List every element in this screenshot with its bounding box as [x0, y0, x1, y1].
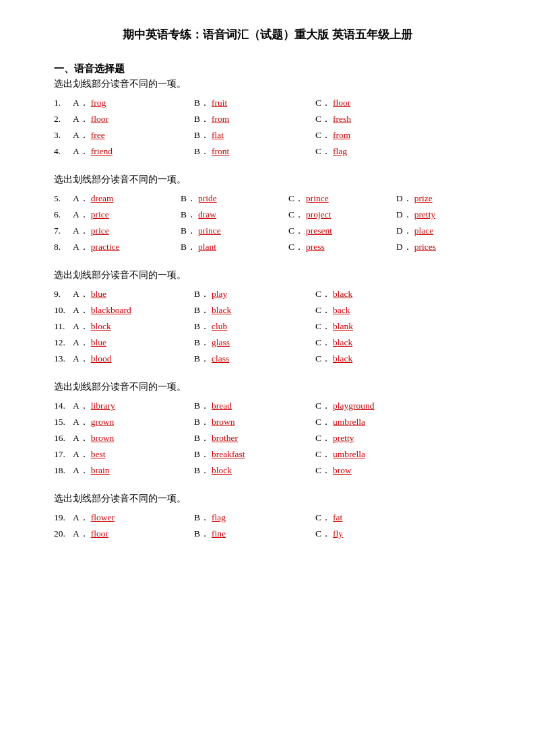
list-item: C．fly — [315, 528, 423, 540]
list-item: A．price — [73, 209, 181, 221]
list-item: A．price — [73, 225, 181, 237]
list-item: A．blue — [73, 288, 194, 300]
table-row: 10. A．blackboard B．black C．back — [54, 304, 481, 316]
list-item: A．blue — [73, 337, 194, 349]
list-item: B．prince — [181, 225, 288, 237]
list-item: D．place — [396, 225, 464, 237]
section1: 一、语音选择题 选出划线部分读音不同的一项。 1. A．frog B．fruit… — [54, 63, 481, 540]
list-item: B．flat — [194, 129, 315, 141]
list-item: A．free — [73, 129, 194, 141]
table-row: 7. A．price B．prince C．present D．place — [54, 225, 481, 237]
list-item: C．back — [315, 304, 423, 316]
question-group-3: 选出划线部分读音不同的一项。 9. A．blue B．play C．black … — [54, 269, 481, 365]
table-row: 16. A．brown B．brother C．pretty — [54, 432, 481, 444]
list-item: C．blank — [315, 320, 423, 333]
list-item: D．pretty — [396, 209, 464, 221]
list-item: B．breakfast — [194, 448, 315, 460]
question-group-4: 选出划线部分读音不同的一项。 14. A．library B．bread C．p… — [54, 381, 481, 477]
list-item: B．brown — [194, 416, 315, 428]
list-item: C．floor — [315, 97, 423, 109]
list-item: A．library — [73, 400, 194, 412]
table-row: 13. A．blood B．class C．black — [54, 353, 481, 365]
question-group-5: 选出划线部分读音不同的一项。 19. A．flower B．flag C．fat… — [54, 493, 481, 540]
list-item: B．draw — [181, 209, 288, 221]
list-item: C．umbrella — [315, 416, 423, 428]
table-row: 14. A．library B．bread C．playground — [54, 400, 481, 412]
instruction-3: 选出划线部分读音不同的一项。 — [54, 269, 481, 281]
list-item: C．fresh — [315, 113, 423, 125]
list-item: C．brow — [315, 465, 423, 477]
table-row: 20. A．floor B．fine C．fly — [54, 528, 481, 540]
list-item: B．black — [194, 304, 315, 316]
list-item: A．blood — [73, 353, 194, 365]
list-item: A．floor — [73, 113, 194, 125]
section1-label: 一、语音选择题 — [54, 63, 481, 75]
list-item: C．flag — [315, 145, 423, 158]
list-item: C．playground — [315, 400, 423, 412]
list-item: A．friend — [73, 145, 194, 158]
list-item: A．dream — [73, 193, 181, 205]
list-item: A．floor — [73, 528, 194, 540]
list-item: C．fat — [315, 512, 423, 524]
list-item: C．present — [288, 225, 396, 237]
table-row: 4. A．friend B．front C．flag — [54, 145, 481, 158]
list-item: A．brain — [73, 465, 194, 477]
table-row: 9. A．blue B．play C．black — [54, 288, 481, 300]
list-item: B．glass — [194, 337, 315, 349]
list-item: B．fine — [194, 528, 315, 540]
list-item: A．grown — [73, 416, 194, 428]
list-item: A．frog — [73, 97, 194, 109]
list-item: B．play — [194, 288, 315, 300]
list-item: B．plant — [181, 241, 288, 253]
table-row: 17. A．best B．breakfast C．umbrella — [54, 448, 481, 460]
list-item: A．best — [73, 448, 194, 460]
table-row: 5. A．dream B．pride C．prince D．prize — [54, 193, 481, 205]
table-row: 3. A．free B．flat C．from — [54, 129, 481, 141]
list-item: C．pretty — [315, 432, 423, 444]
list-item: C．black — [315, 288, 423, 300]
table-row: 18. A．brain B．block C．brow — [54, 465, 481, 477]
list-item: C．from — [315, 129, 423, 141]
table-row: 15. A．grown B．brown C．umbrella — [54, 416, 481, 428]
table-row: 12. A．blue B．glass C．black — [54, 337, 481, 349]
list-item: A．brown — [73, 432, 194, 444]
list-item: A．practice — [73, 241, 181, 253]
list-item: B．class — [194, 353, 315, 365]
list-item: B．block — [194, 465, 315, 477]
table-row: 6. A．price B．draw C．project D．pretty — [54, 209, 481, 221]
question-group-2: 选出划线部分读音不同的一项。 5. A．dream B．pride C．prin… — [54, 174, 481, 253]
list-item: B．brother — [194, 432, 315, 444]
list-item: D．prices — [396, 241, 464, 253]
question-group-1: 选出划线部分读音不同的一项。 1. A．frog B．fruit C．floor… — [54, 78, 481, 158]
table-row: 19. A．flower B．flag C．fat — [54, 512, 481, 524]
instruction-5: 选出划线部分读音不同的一项。 — [54, 493, 481, 505]
instruction-4: 选出划线部分读音不同的一项。 — [54, 381, 481, 393]
list-item: B．bread — [194, 400, 315, 412]
list-item: D．prize — [396, 193, 464, 205]
list-item: B．club — [194, 320, 315, 333]
table-row: 2. A．floor B．from C．fresh — [54, 113, 481, 125]
instruction-1: 选出划线部分读音不同的一项。 — [54, 78, 481, 90]
list-item: A．blackboard — [73, 304, 194, 316]
page-title: 期中英语专练：语音词汇（试题）重大版 英语五年级上册 — [54, 27, 481, 42]
list-item: C．prince — [288, 193, 396, 205]
list-item: A．block — [73, 320, 194, 333]
table-row: 11. A．block B．club C．blank — [54, 320, 481, 333]
table-row: 8. A．practice B．plant C．press D．prices — [54, 241, 481, 253]
table-row: 1. A．frog B．fruit C．floor — [54, 97, 481, 109]
list-item: B．from — [194, 113, 315, 125]
list-item: C．black — [315, 353, 423, 365]
list-item: B．fruit — [194, 97, 315, 109]
list-item: C．umbrella — [315, 448, 423, 460]
instruction-2: 选出划线部分读音不同的一项。 — [54, 174, 481, 186]
list-item: C．project — [288, 209, 396, 221]
list-item: B．pride — [181, 193, 288, 205]
list-item: B．flag — [194, 512, 315, 524]
list-item: B．front — [194, 145, 315, 158]
list-item: A．flower — [73, 512, 194, 524]
list-item: C．black — [315, 337, 423, 349]
list-item: C．press — [288, 241, 396, 253]
